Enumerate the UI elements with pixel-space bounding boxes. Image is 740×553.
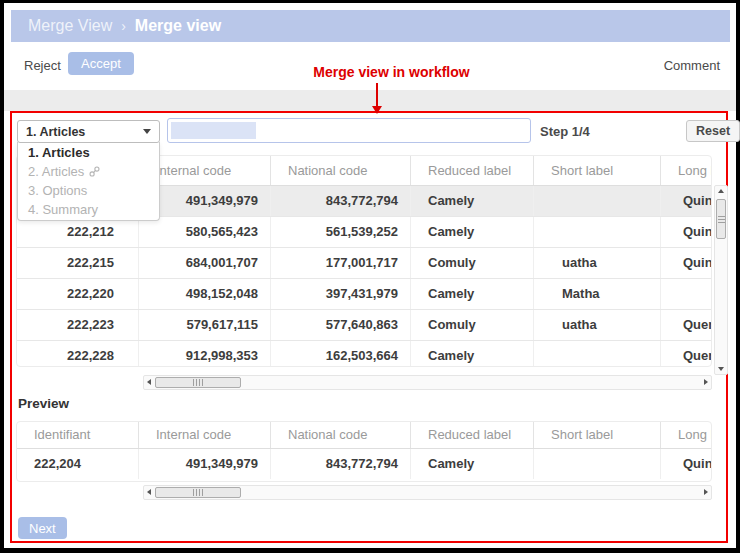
cell-national-code: 177,001,717 (271, 248, 411, 278)
cell-reduced-label: Camely (411, 449, 534, 479)
vertical-scrollbar[interactable] (714, 185, 728, 375)
preview-horizontal-scrollbar[interactable] (143, 485, 712, 500)
cell-reduced-label: Comuly (411, 248, 534, 278)
col-long-label: Long label (661, 422, 711, 448)
cell-short-label: uatha (534, 248, 661, 278)
cell-national-code: 843,772,794 (271, 449, 411, 479)
col-internal-code: Internal code (139, 422, 271, 448)
scroll-right-icon[interactable] (704, 489, 708, 495)
cell-reduced-label: Comuly (411, 310, 534, 340)
cell-short-label (534, 449, 661, 479)
search-input[interactable] (167, 118, 531, 143)
cell-reduced-label: Camely (411, 217, 534, 247)
col-reduced-label[interactable]: Reduced label (411, 156, 534, 185)
col-national-code[interactable]: National code (271, 156, 411, 185)
preview-table-header: Identifiant Internal code National code … (17, 422, 711, 449)
cell-identifiant: 222,223 (17, 310, 139, 340)
step-dropdown-value: 1. Articles (26, 125, 143, 139)
cell-long-label: Quinn (661, 186, 711, 216)
table-row[interactable]: 222,220 498,152,048 397,431,979 Camely M… (17, 279, 711, 310)
cell-short-label (534, 341, 661, 367)
scroll-left-icon[interactable] (147, 489, 151, 495)
cell-short-label: Matha (534, 279, 661, 309)
cell-long-label (661, 279, 711, 309)
preview-row: 222,204 491,349,979 843,772,794 Camely Q… (17, 449, 711, 479)
page-background-strip (4, 90, 736, 111)
cell-national-code: 577,640,863 (271, 310, 411, 340)
cell-short-label (534, 186, 661, 216)
cell-identifiant: 222,204 (17, 449, 139, 479)
horizontal-scroll-thumb[interactable] (155, 377, 241, 388)
cell-national-code: 561,539,252 (271, 217, 411, 247)
scroll-left-icon[interactable] (147, 379, 151, 385)
cell-internal-code: 498,152,048 (139, 279, 271, 309)
cell-internal-code: 491,349,979 (139, 449, 271, 479)
next-button[interactable]: Next (18, 517, 67, 539)
merge-view-panel: 1. Articles 1. Articles 2. Articles 3. O… (10, 111, 728, 543)
menu-item-label: 4. Summary (28, 200, 98, 219)
step-dropdown[interactable]: 1. Articles (17, 120, 160, 143)
menu-item-label: 2. Articles (28, 162, 84, 181)
app-header: Merge View › Merge view (11, 10, 730, 42)
reset-button[interactable]: Reset (686, 120, 740, 142)
cell-short-label: uatha (534, 310, 661, 340)
step-dropdown-menu: 1. Articles 2. Articles 3. Options 4. Su… (17, 142, 160, 221)
annotation-label: Merge view in workflow (309, 64, 474, 80)
cell-internal-code: 912,998,353 (139, 341, 271, 367)
table-row[interactable]: 222,215 684,001,707 177,001,717 Comuly u… (17, 248, 711, 279)
search-input-highlight (171, 122, 256, 139)
cell-national-code: 843,772,794 (271, 186, 411, 216)
horizontal-scrollbar[interactable] (143, 375, 712, 390)
cell-national-code: 397,431,979 (271, 279, 411, 309)
reject-button[interactable]: Reject (24, 58, 61, 73)
cell-reduced-label: Camely (411, 186, 534, 216)
cell-identifiant: 222,215 (17, 248, 139, 278)
col-short-label: Short label (534, 422, 661, 448)
thumb-grip-icon (193, 379, 204, 386)
menu-item-label: 1. Articles (28, 143, 90, 162)
cell-internal-code: 579,617,115 (139, 310, 271, 340)
link-icon (89, 166, 100, 177)
cell-identifiant: 222,228 (17, 341, 139, 367)
col-short-label[interactable]: Short label (534, 156, 661, 185)
cell-long-label: Quenr (661, 341, 711, 367)
col-national-code: National code (271, 422, 411, 448)
col-identifiant: Identifiant (17, 422, 139, 448)
vertical-scroll-thumb[interactable] (716, 199, 726, 239)
cell-internal-code: 580,565,423 (139, 217, 271, 247)
cell-reduced-label: Camely (411, 341, 534, 367)
cell-identifiant: 222,212 (17, 217, 139, 247)
breadcrumb-separator-icon: › (121, 18, 126, 34)
thumb-grip-icon (718, 216, 725, 223)
col-long-label[interactable]: Long label (661, 156, 711, 185)
cell-short-label (534, 217, 661, 247)
accept-button[interactable]: Accept (68, 52, 134, 75)
cell-long-label: Quinna (661, 248, 711, 278)
cell-identifiant: 222,220 (17, 279, 139, 309)
scroll-up-icon[interactable] (718, 189, 724, 193)
menu-item-label: 3. Options (28, 181, 87, 200)
menu-item-options[interactable]: 3. Options (18, 181, 159, 200)
horizontal-scroll-thumb[interactable] (155, 487, 241, 498)
preview-title: Preview (18, 396, 69, 411)
cell-national-code: 162,503,664 (271, 341, 411, 367)
comment-button[interactable]: Comment (664, 58, 720, 73)
scroll-down-icon[interactable] (718, 367, 724, 371)
table-row[interactable]: 222,212 580,565,423 561,539,252 Camely Q… (17, 217, 711, 248)
table-row[interactable]: 222,228 912,998,353 162,503,664 Camely Q… (17, 341, 711, 367)
menu-item-articles-2[interactable]: 2. Articles (18, 162, 159, 181)
cell-long-label: Quinn (661, 449, 711, 479)
cell-long-label: Quinn (661, 217, 711, 247)
annotation-arrow-line (376, 83, 378, 106)
step-indicator: Step 1/4 (540, 124, 590, 139)
breadcrumb-parent[interactable]: Merge View (28, 17, 112, 35)
menu-item-articles-1[interactable]: 1. Articles (18, 143, 159, 162)
chevron-down-icon (143, 129, 151, 134)
scroll-right-icon[interactable] (704, 379, 708, 385)
page: Merge View › Merge view Reject Accept Co… (4, 3, 736, 548)
breadcrumb-current: Merge view (135, 17, 221, 35)
cell-internal-code: 684,001,707 (139, 248, 271, 278)
table-row[interactable]: 222,223 579,617,115 577,640,863 Comuly u… (17, 310, 711, 341)
preview-table: Identifiant Internal code National code … (16, 421, 712, 482)
menu-item-summary[interactable]: 4. Summary (18, 200, 159, 219)
